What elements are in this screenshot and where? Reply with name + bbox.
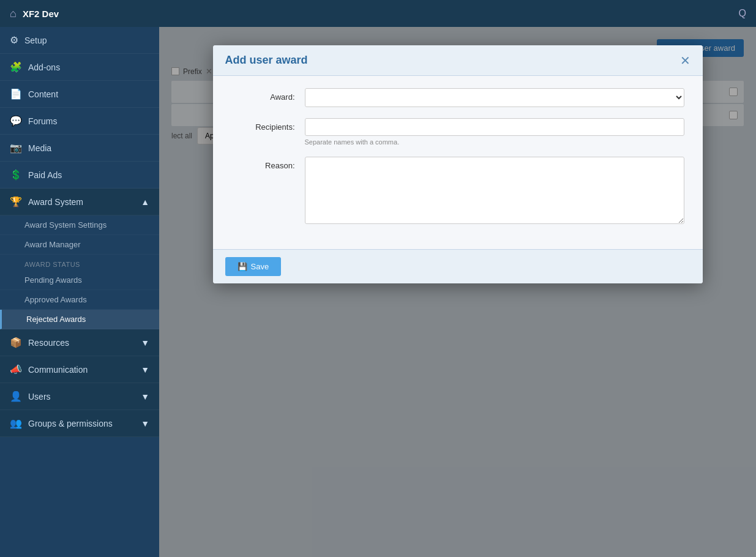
- media-icon: 📷: [10, 142, 22, 154]
- addons-icon: 🧩: [10, 61, 22, 73]
- award-manager-label: Award Manager: [24, 240, 81, 249]
- sidebar-item-setup[interactable]: ⚙ Setup: [0, 27, 159, 54]
- recipients-hint: Separate names with a comma.: [305, 138, 684, 146]
- save-label: Save: [251, 262, 269, 271]
- sidebar-item-addons[interactable]: 🧩 Add-ons: [0, 54, 159, 81]
- top-bar-left: ⌂ XF2 Dev: [10, 7, 59, 20]
- award-label: Award:: [231, 88, 305, 102]
- sidebar-section-communication[interactable]: 📣 Communication ▼: [0, 356, 159, 383]
- recipients-field: Separate names with a comma.: [305, 118, 684, 146]
- recipients-field-row: Recipients: Separate names with a comma.: [231, 118, 684, 146]
- award-status-group-label: Award Status: [0, 255, 159, 271]
- communication-icon: 📣: [10, 364, 22, 375]
- sidebar: ⚙ Setup 🧩 Add-ons 📄 Content 💬 Forums 📷 M…: [0, 27, 159, 557]
- home-icon[interactable]: ⌂: [10, 7, 17, 20]
- save-button[interactable]: 💾 Save: [225, 257, 282, 276]
- modal-overlay: Add user award ✕ Award:: [159, 27, 756, 557]
- award-field-row: Award:: [231, 88, 684, 107]
- award-field: [305, 88, 684, 107]
- award-select[interactable]: [305, 88, 684, 107]
- sidebar-section-users[interactable]: 👤 Users ▼: [0, 383, 159, 410]
- reason-field-row: Reason:: [231, 157, 684, 226]
- app-title: XF2 Dev: [23, 9, 59, 19]
- sidebar-item-award-manager[interactable]: Award Manager: [0, 235, 159, 255]
- sidebar-section-label: Resources: [28, 338, 69, 348]
- add-user-award-modal: Add user award ✕ Award:: [213, 45, 703, 283]
- sidebar-section-award-system[interactable]: 🏆 Award System ▲: [0, 189, 159, 215]
- sidebar-item-label: Media: [28, 143, 51, 153]
- approved-awards-label: Approved Awards: [24, 295, 87, 304]
- sidebar-item-label: Setup: [24, 36, 47, 45]
- users-chevron: ▼: [141, 392, 149, 402]
- content-icon: 📄: [10, 88, 22, 100]
- top-bar: ⌂ XF2 Dev Q: [0, 0, 756, 27]
- paid-ads-icon: 💲: [10, 169, 22, 181]
- sidebar-item-pending-awards[interactable]: Pending Awards: [0, 271, 159, 290]
- pending-awards-label: Pending Awards: [24, 275, 82, 285]
- sidebar-item-media[interactable]: 📷 Media: [0, 135, 159, 162]
- resources-chevron: ▼: [141, 338, 149, 348]
- resources-icon: 📦: [10, 337, 22, 348]
- communication-chevron: ▼: [141, 365, 149, 375]
- modal-body: Award: Recipients: Separate names with: [213, 76, 703, 249]
- sidebar-section-label: Communication: [28, 365, 88, 375]
- award-system-chevron: ▲: [141, 197, 149, 207]
- sidebar-item-label: Forums: [28, 116, 57, 126]
- sidebar-item-paid-ads[interactable]: 💲 Paid Ads: [0, 162, 159, 189]
- groups-icon: 👥: [10, 417, 22, 429]
- content-area: + + Add user award Prefix ✕ lect all: [159, 27, 756, 557]
- modal-title: Add user award: [225, 54, 308, 67]
- sidebar-item-label: Content: [28, 89, 58, 99]
- recipients-input[interactable]: [305, 118, 684, 136]
- sidebar-section-resources[interactable]: 📦 Resources ▼: [0, 329, 159, 356]
- recipients-label: Recipients:: [231, 118, 305, 132]
- main-layout: ⚙ Setup 🧩 Add-ons 📄 Content 💬 Forums 📷 M…: [0, 27, 756, 557]
- forums-icon: 💬: [10, 115, 22, 127]
- award-system-settings-label: Award System Settings: [24, 220, 107, 230]
- users-icon: 👤: [10, 391, 22, 402]
- modal-footer: 💾 Save: [213, 249, 703, 283]
- sidebar-section-label: Award System: [28, 197, 83, 207]
- reason-label: Reason:: [231, 157, 305, 170]
- sidebar-item-approved-awards[interactable]: Approved Awards: [0, 290, 159, 310]
- award-system-icon: 🏆: [10, 196, 22, 207]
- sidebar-item-label: Paid Ads: [28, 170, 62, 180]
- sidebar-section-groups-permissions[interactable]: 👥 Groups & permissions ▼: [0, 410, 159, 437]
- sidebar-item-content[interactable]: 📄 Content: [0, 81, 159, 108]
- sidebar-item-label: Add-ons: [28, 62, 60, 72]
- reason-textarea[interactable]: [305, 157, 684, 224]
- save-icon: 💾: [238, 262, 247, 271]
- rejected-awards-label: Rejected Awards: [26, 315, 86, 324]
- sidebar-item-award-system-settings[interactable]: Award System Settings: [0, 215, 159, 235]
- groups-chevron: ▼: [141, 419, 149, 428]
- modal-header: Add user award ✕: [213, 45, 703, 76]
- sidebar-section-label: Groups & permissions: [28, 419, 113, 428]
- setup-icon: ⚙: [10, 34, 18, 46]
- reason-field: [305, 157, 684, 226]
- sidebar-item-forums[interactable]: 💬 Forums: [0, 108, 159, 135]
- sidebar-section-label: Users: [28, 392, 51, 402]
- modal-close-button[interactable]: ✕: [680, 54, 691, 67]
- search-icon[interactable]: Q: [739, 8, 746, 19]
- sidebar-item-rejected-awards[interactable]: Rejected Awards: [0, 310, 159, 329]
